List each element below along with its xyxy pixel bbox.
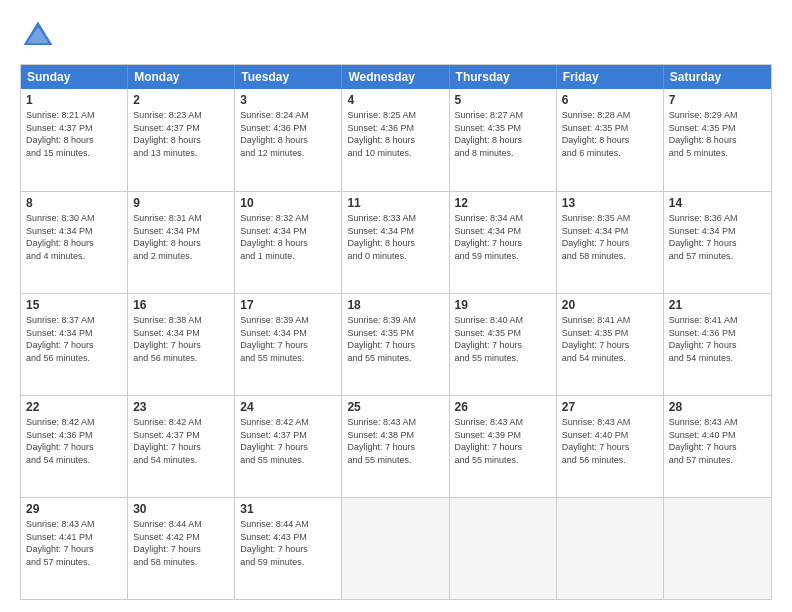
day-number: 12 — [455, 196, 551, 210]
calendar-header: SundayMondayTuesdayWednesdayThursdayFrid… — [21, 65, 771, 89]
empty-cell — [342, 498, 449, 599]
day-number: 24 — [240, 400, 336, 414]
day-info: Sunrise: 8:28 AM Sunset: 4:35 PM Dayligh… — [562, 109, 658, 159]
day-cell-23: 23Sunrise: 8:42 AM Sunset: 4:37 PM Dayli… — [128, 396, 235, 497]
day-info: Sunrise: 8:25 AM Sunset: 4:36 PM Dayligh… — [347, 109, 443, 159]
day-cell-17: 17Sunrise: 8:39 AM Sunset: 4:34 PM Dayli… — [235, 294, 342, 395]
day-number: 30 — [133, 502, 229, 516]
week-row-3: 15Sunrise: 8:37 AM Sunset: 4:34 PM Dayli… — [21, 293, 771, 395]
day-number: 18 — [347, 298, 443, 312]
day-info: Sunrise: 8:37 AM Sunset: 4:34 PM Dayligh… — [26, 314, 122, 364]
day-info: Sunrise: 8:42 AM Sunset: 4:37 PM Dayligh… — [240, 416, 336, 466]
day-cell-21: 21Sunrise: 8:41 AM Sunset: 4:36 PM Dayli… — [664, 294, 771, 395]
day-cell-16: 16Sunrise: 8:38 AM Sunset: 4:34 PM Dayli… — [128, 294, 235, 395]
day-info: Sunrise: 8:30 AM Sunset: 4:34 PM Dayligh… — [26, 212, 122, 262]
day-cell-8: 8Sunrise: 8:30 AM Sunset: 4:34 PM Daylig… — [21, 192, 128, 293]
day-cell-3: 3Sunrise: 8:24 AM Sunset: 4:36 PM Daylig… — [235, 89, 342, 191]
logo-icon — [20, 18, 56, 54]
day-number: 15 — [26, 298, 122, 312]
day-info: Sunrise: 8:38 AM Sunset: 4:34 PM Dayligh… — [133, 314, 229, 364]
day-number: 22 — [26, 400, 122, 414]
day-number: 19 — [455, 298, 551, 312]
day-cell-6: 6Sunrise: 8:28 AM Sunset: 4:35 PM Daylig… — [557, 89, 664, 191]
day-number: 13 — [562, 196, 658, 210]
day-cell-10: 10Sunrise: 8:32 AM Sunset: 4:34 PM Dayli… — [235, 192, 342, 293]
calendar-body: 1Sunrise: 8:21 AM Sunset: 4:37 PM Daylig… — [21, 89, 771, 599]
day-info: Sunrise: 8:41 AM Sunset: 4:36 PM Dayligh… — [669, 314, 766, 364]
day-number: 16 — [133, 298, 229, 312]
day-cell-30: 30Sunrise: 8:44 AM Sunset: 4:42 PM Dayli… — [128, 498, 235, 599]
day-cell-26: 26Sunrise: 8:43 AM Sunset: 4:39 PM Dayli… — [450, 396, 557, 497]
day-number: 28 — [669, 400, 766, 414]
day-number: 31 — [240, 502, 336, 516]
day-cell-29: 29Sunrise: 8:43 AM Sunset: 4:41 PM Dayli… — [21, 498, 128, 599]
day-cell-5: 5Sunrise: 8:27 AM Sunset: 4:35 PM Daylig… — [450, 89, 557, 191]
day-info: Sunrise: 8:43 AM Sunset: 4:39 PM Dayligh… — [455, 416, 551, 466]
header-day-friday: Friday — [557, 65, 664, 89]
day-number: 25 — [347, 400, 443, 414]
day-info: Sunrise: 8:36 AM Sunset: 4:34 PM Dayligh… — [669, 212, 766, 262]
day-cell-9: 9Sunrise: 8:31 AM Sunset: 4:34 PM Daylig… — [128, 192, 235, 293]
day-number: 14 — [669, 196, 766, 210]
day-info: Sunrise: 8:21 AM Sunset: 4:37 PM Dayligh… — [26, 109, 122, 159]
day-info: Sunrise: 8:42 AM Sunset: 4:37 PM Dayligh… — [133, 416, 229, 466]
day-info: Sunrise: 8:35 AM Sunset: 4:34 PM Dayligh… — [562, 212, 658, 262]
header-day-monday: Monday — [128, 65, 235, 89]
day-number: 6 — [562, 93, 658, 107]
day-number: 5 — [455, 93, 551, 107]
day-number: 9 — [133, 196, 229, 210]
page: SundayMondayTuesdayWednesdayThursdayFrid… — [0, 0, 792, 612]
day-number: 4 — [347, 93, 443, 107]
day-cell-13: 13Sunrise: 8:35 AM Sunset: 4:34 PM Dayli… — [557, 192, 664, 293]
day-cell-18: 18Sunrise: 8:39 AM Sunset: 4:35 PM Dayli… — [342, 294, 449, 395]
day-info: Sunrise: 8:29 AM Sunset: 4:35 PM Dayligh… — [669, 109, 766, 159]
day-info: Sunrise: 8:43 AM Sunset: 4:40 PM Dayligh… — [669, 416, 766, 466]
day-info: Sunrise: 8:43 AM Sunset: 4:41 PM Dayligh… — [26, 518, 122, 568]
day-info: Sunrise: 8:41 AM Sunset: 4:35 PM Dayligh… — [562, 314, 658, 364]
empty-cell — [664, 498, 771, 599]
calendar: SundayMondayTuesdayWednesdayThursdayFrid… — [20, 64, 772, 600]
day-info: Sunrise: 8:40 AM Sunset: 4:35 PM Dayligh… — [455, 314, 551, 364]
day-cell-19: 19Sunrise: 8:40 AM Sunset: 4:35 PM Dayli… — [450, 294, 557, 395]
header — [20, 18, 772, 54]
day-cell-22: 22Sunrise: 8:42 AM Sunset: 4:36 PM Dayli… — [21, 396, 128, 497]
day-info: Sunrise: 8:34 AM Sunset: 4:34 PM Dayligh… — [455, 212, 551, 262]
day-cell-27: 27Sunrise: 8:43 AM Sunset: 4:40 PM Dayli… — [557, 396, 664, 497]
day-info: Sunrise: 8:23 AM Sunset: 4:37 PM Dayligh… — [133, 109, 229, 159]
day-cell-31: 31Sunrise: 8:44 AM Sunset: 4:43 PM Dayli… — [235, 498, 342, 599]
day-info: Sunrise: 8:33 AM Sunset: 4:34 PM Dayligh… — [347, 212, 443, 262]
day-number: 1 — [26, 93, 122, 107]
day-info: Sunrise: 8:42 AM Sunset: 4:36 PM Dayligh… — [26, 416, 122, 466]
day-cell-1: 1Sunrise: 8:21 AM Sunset: 4:37 PM Daylig… — [21, 89, 128, 191]
day-number: 10 — [240, 196, 336, 210]
header-day-thursday: Thursday — [450, 65, 557, 89]
day-info: Sunrise: 8:32 AM Sunset: 4:34 PM Dayligh… — [240, 212, 336, 262]
week-row-5: 29Sunrise: 8:43 AM Sunset: 4:41 PM Dayli… — [21, 497, 771, 599]
day-info: Sunrise: 8:24 AM Sunset: 4:36 PM Dayligh… — [240, 109, 336, 159]
header-day-tuesday: Tuesday — [235, 65, 342, 89]
day-number: 20 — [562, 298, 658, 312]
day-info: Sunrise: 8:39 AM Sunset: 4:34 PM Dayligh… — [240, 314, 336, 364]
day-cell-25: 25Sunrise: 8:43 AM Sunset: 4:38 PM Dayli… — [342, 396, 449, 497]
day-number: 3 — [240, 93, 336, 107]
day-cell-12: 12Sunrise: 8:34 AM Sunset: 4:34 PM Dayli… — [450, 192, 557, 293]
day-cell-20: 20Sunrise: 8:41 AM Sunset: 4:35 PM Dayli… — [557, 294, 664, 395]
day-number: 21 — [669, 298, 766, 312]
day-cell-4: 4Sunrise: 8:25 AM Sunset: 4:36 PM Daylig… — [342, 89, 449, 191]
day-info: Sunrise: 8:44 AM Sunset: 4:43 PM Dayligh… — [240, 518, 336, 568]
week-row-4: 22Sunrise: 8:42 AM Sunset: 4:36 PM Dayli… — [21, 395, 771, 497]
day-info: Sunrise: 8:43 AM Sunset: 4:38 PM Dayligh… — [347, 416, 443, 466]
header-day-saturday: Saturday — [664, 65, 771, 89]
day-info: Sunrise: 8:27 AM Sunset: 4:35 PM Dayligh… — [455, 109, 551, 159]
day-cell-14: 14Sunrise: 8:36 AM Sunset: 4:34 PM Dayli… — [664, 192, 771, 293]
header-day-sunday: Sunday — [21, 65, 128, 89]
day-info: Sunrise: 8:39 AM Sunset: 4:35 PM Dayligh… — [347, 314, 443, 364]
logo — [20, 18, 62, 54]
day-info: Sunrise: 8:31 AM Sunset: 4:34 PM Dayligh… — [133, 212, 229, 262]
week-row-2: 8Sunrise: 8:30 AM Sunset: 4:34 PM Daylig… — [21, 191, 771, 293]
day-number: 8 — [26, 196, 122, 210]
day-cell-15: 15Sunrise: 8:37 AM Sunset: 4:34 PM Dayli… — [21, 294, 128, 395]
day-number: 23 — [133, 400, 229, 414]
day-cell-24: 24Sunrise: 8:42 AM Sunset: 4:37 PM Dayli… — [235, 396, 342, 497]
day-info: Sunrise: 8:43 AM Sunset: 4:40 PM Dayligh… — [562, 416, 658, 466]
